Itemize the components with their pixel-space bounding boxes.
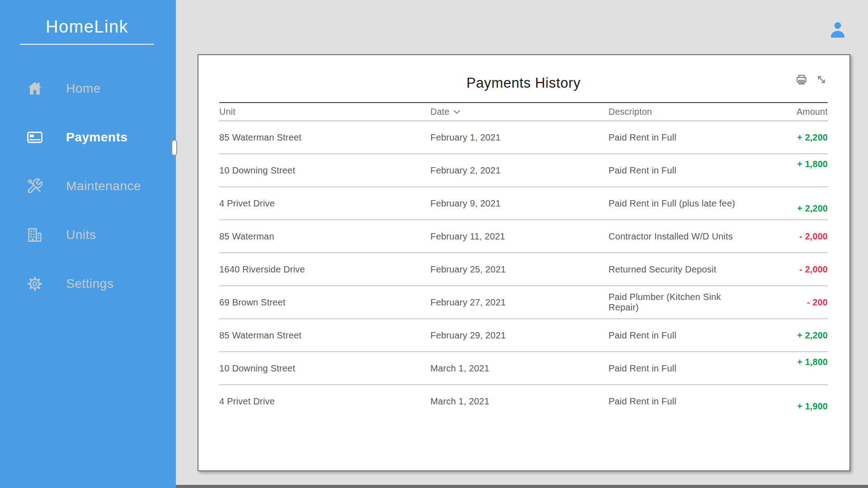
cell-unit: 4 Privet Drive bbox=[219, 198, 430, 209]
cell-unit: 85 Waterman Street bbox=[219, 132, 430, 143]
cell-description: Contractor Installed W/D Units bbox=[609, 231, 749, 242]
cell-date: March 1, 2021 bbox=[430, 396, 609, 407]
cell-description: Paid Plumber (Kitchen Sink Repair) bbox=[609, 292, 749, 313]
sidebar-item-payments[interactable]: Payments bbox=[0, 126, 176, 149]
sidebar-item-home[interactable]: Home bbox=[0, 77, 176, 100]
table-body: 85 Waterman Street February 1, 2021 Paid… bbox=[219, 121, 828, 418]
sidebar-item-label: Units bbox=[66, 228, 96, 242]
cell-unit: 1640 Riverside Drive bbox=[219, 264, 430, 275]
cell-amount: + 1,800 bbox=[749, 357, 828, 367]
gear-icon bbox=[26, 275, 43, 292]
column-header-description: Descripton bbox=[609, 107, 749, 117]
cell-amount: - 200 bbox=[749, 297, 828, 308]
cell-description: Paid Rent in Full bbox=[609, 132, 749, 143]
sidebar-item-label: Settings bbox=[66, 277, 113, 291]
expand-icon[interactable] bbox=[815, 73, 828, 86]
window-bottom-edge bbox=[176, 485, 868, 488]
cell-amount: + 2,200 bbox=[749, 132, 828, 143]
table-row: 69 Brown Street February 27, 2021 Paid P… bbox=[219, 286, 828, 319]
sidebar-item-units[interactable]: Units bbox=[0, 224, 176, 246]
sidebar-item-settings[interactable]: Settings bbox=[0, 272, 176, 295]
cell-unit: 10 Downing Street bbox=[219, 363, 430, 374]
sidebar-item-maintenance[interactable]: Maintenance bbox=[0, 175, 176, 197]
cell-amount: + 2,200 bbox=[749, 330, 828, 341]
sidebar: HomeLink Home Payments bbox=[0, 0, 176, 488]
cell-amount: + 1,800 bbox=[749, 159, 828, 169]
table-row: 4 Privet Drive March 1, 2021 Paid Rent i… bbox=[219, 385, 828, 418]
cell-date: February 2, 2021 bbox=[430, 165, 609, 176]
column-header-date[interactable]: Date bbox=[430, 107, 609, 117]
table-row: 10 Downing Street March 1, 2021 Paid Ren… bbox=[219, 352, 828, 385]
cell-description: Paid Rent in Full bbox=[609, 165, 749, 176]
panel-toolbar bbox=[795, 73, 828, 86]
table-row: 1640 Riverside Drive February 25, 2021 R… bbox=[219, 253, 828, 286]
cell-description: Paid Rent in Full (plus late fee) bbox=[609, 198, 749, 209]
cell-amount: - 2,000 bbox=[749, 231, 828, 242]
app-title: HomeLink bbox=[20, 17, 154, 37]
cell-description: Paid Rent in Full bbox=[609, 330, 749, 341]
sidebar-scrollbar-pill[interactable] bbox=[171, 140, 177, 156]
cell-date: February 11, 2021 bbox=[430, 231, 609, 242]
tools-icon bbox=[26, 178, 43, 195]
table-row: 85 Waterman Street February 1, 2021 Paid… bbox=[219, 121, 828, 154]
cell-amount: + 2,200 bbox=[749, 203, 828, 214]
cell-date: March 1, 2021 bbox=[430, 363, 609, 374]
table-row: 85 Waterman February 11, 2021 Contractor… bbox=[219, 220, 828, 253]
chevron-down-icon bbox=[453, 110, 460, 114]
cell-description: Paid Rent in Full bbox=[609, 363, 749, 374]
credit-card-icon bbox=[26, 129, 43, 146]
table-row: 10 Downing Street February 2, 2021 Paid … bbox=[219, 154, 828, 187]
table-row: 85 Waterman Street February 29, 2021 Pai… bbox=[219, 319, 828, 352]
cell-unit: 85 Waterman bbox=[219, 231, 430, 242]
cell-date: February 9, 2021 bbox=[430, 198, 609, 209]
cell-unit: 85 Waterman Street bbox=[219, 330, 430, 341]
panel-header: Payments History bbox=[219, 55, 828, 102]
cell-date: February 29, 2021 bbox=[430, 330, 609, 341]
home-icon bbox=[26, 80, 43, 97]
table-header-row: Unit Date Descripton Amount bbox=[219, 103, 828, 121]
cell-description: Returned Security Deposit bbox=[609, 264, 749, 275]
cell-unit: 4 Privet Drive bbox=[219, 396, 430, 407]
column-header-unit: Unit bbox=[219, 107, 430, 117]
cell-date: February 27, 2021 bbox=[430, 297, 609, 308]
sidebar-item-label: Home bbox=[66, 81, 101, 96]
sidebar-item-label: Payments bbox=[66, 130, 127, 145]
cell-unit: 69 Brown Street bbox=[219, 297, 430, 308]
panel-title: Payments History bbox=[219, 75, 828, 91]
payments-history-panel: Payments History bbox=[198, 54, 850, 471]
sidebar-nav: Home Payments Maintenance bbox=[0, 45, 176, 295]
printer-icon[interactable] bbox=[795, 73, 808, 86]
column-header-date-label: Date bbox=[430, 107, 449, 117]
cell-amount: - 2,000 bbox=[749, 264, 828, 275]
column-header-amount: Amount bbox=[749, 107, 828, 117]
cell-date: February 25, 2021 bbox=[430, 264, 609, 275]
cell-date: February 1, 2021 bbox=[430, 132, 609, 143]
cell-description: Paid Rent in Full bbox=[609, 396, 749, 407]
sidebar-item-label: Maintenance bbox=[66, 179, 141, 193]
cell-amount: + 1,900 bbox=[749, 401, 828, 412]
person-icon[interactable] bbox=[828, 20, 847, 40]
cell-unit: 10 Downing Street bbox=[219, 165, 430, 176]
building-icon bbox=[26, 226, 43, 244]
table-row: 4 Privet Drive February 9, 2021 Paid Ren… bbox=[219, 187, 828, 220]
